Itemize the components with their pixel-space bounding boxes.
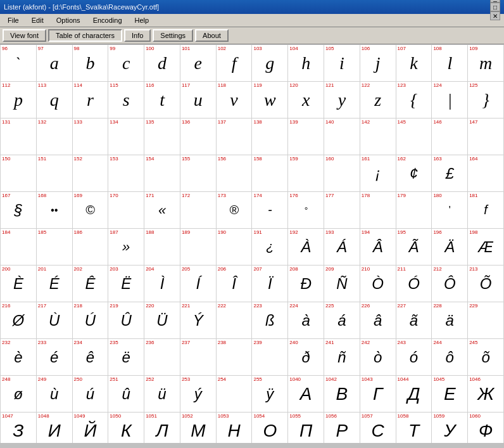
char-glyph: ° — [304, 205, 308, 215]
char-glyph: f — [232, 53, 237, 73]
char-glyph: Р — [336, 421, 348, 440]
char-glyph: Ä — [444, 238, 455, 255]
char-glyph: Л — [156, 421, 168, 440]
char-glyph: z — [374, 90, 381, 110]
toolbar: View font Table of characters Info Setti… — [0, 27, 504, 44]
char-glyph: Г — [373, 384, 382, 404]
close-button[interactable]: ✕ — [490, 11, 500, 20]
char-glyph: ô — [446, 349, 454, 366]
char-glyph: ü — [158, 385, 166, 402]
char-glyph: è — [14, 349, 22, 366]
char-glyph: á — [337, 312, 346, 329]
table-of-characters-button[interactable]: Table of characters — [48, 29, 122, 42]
char-glyph: Õ — [480, 275, 492, 292]
char-glyph: Е — [444, 384, 456, 404]
char-glyph: Т — [408, 421, 419, 440]
char-glyph: ù — [50, 385, 58, 402]
about-button[interactable]: About — [195, 29, 229, 42]
menu-file[interactable]: File — [3, 15, 24, 25]
maximize-button[interactable]: □ — [490, 3, 500, 11]
char-glyph: ê — [86, 349, 94, 366]
table-row: 200 È 201 É 202 Ê 203 Ë 204 Ì 205 Í — [1, 266, 504, 302]
char-glyph: ` — [16, 54, 21, 72]
char-glyph: У — [444, 421, 455, 440]
title-bar: Lister (akfont) - [d:\Fonts\_Svalka\Race… — [0, 0, 504, 14]
char-glyph: t — [160, 90, 165, 110]
char-glyph: © — [85, 203, 95, 217]
char-glyph: q — [50, 90, 59, 110]
info-button[interactable]: Info — [124, 29, 151, 42]
char-glyph: l — [447, 53, 452, 73]
char-glyph: В — [336, 384, 348, 404]
table-row: 184 185 186 187 » 188 189 190 191 — [1, 229, 504, 266]
table-row: 167 § 168 •• 169 © 170 171 « 172 173 — [1, 192, 504, 229]
char-glyph: Ú — [85, 312, 96, 329]
char-glyph: u — [194, 90, 203, 110]
table-row: 150 151 152 153 154 155 156 158 — [1, 155, 504, 192]
char-glyph: Á — [337, 238, 347, 255]
char-glyph: Ë — [121, 275, 131, 292]
char-glyph: v — [230, 90, 237, 110]
char-glyph: Ф — [479, 421, 493, 440]
table-row: 232 è 233 é 234 ê 235 ë 236 237 238 — [1, 339, 504, 376]
char-glyph: Ï — [268, 275, 272, 292]
char-glyph: Û — [121, 312, 132, 329]
char-glyph: w — [264, 90, 276, 110]
window-title: Lister (akfont) - [d:\Fonts\_Svalka\Race… — [4, 3, 159, 11]
char-glyph: ¿ — [266, 240, 274, 253]
char-glyph: Ù — [49, 312, 60, 329]
table-row: 216 Ø 217 Ù 218 Ú 219 Û 220 Ü 221 Ý — [1, 302, 504, 339]
menu-edit[interactable]: Edit — [27, 15, 49, 25]
char-glyph: •• — [51, 205, 58, 215]
char-glyph: Ü — [156, 312, 167, 329]
char-glyph: c — [122, 53, 130, 73]
char-glyph: Д — [408, 384, 420, 404]
char-glyph: С — [372, 421, 384, 440]
char-glyph: ñ — [337, 349, 346, 366]
char-glyph: § — [14, 202, 22, 219]
char-glyph: А — [300, 384, 312, 404]
char-glyph: y — [338, 90, 346, 110]
character-table: 96 ` 97 a 98 b 99 c 100 d 101 e — [0, 44, 504, 443]
char-glyph: Æ — [478, 238, 493, 255]
char-glyph: ¢ — [410, 165, 418, 182]
menu-help[interactable]: Help — [130, 15, 154, 25]
char-glyph: ú — [86, 385, 94, 402]
view-font-button[interactable]: View font — [3, 29, 46, 42]
char-glyph: i — [339, 53, 344, 73]
char-glyph: Ì — [160, 275, 165, 292]
char-glyph: ã — [410, 312, 418, 329]
char-glyph: f — [484, 203, 488, 217]
table-row: 96 ` 97 a 98 b 99 c 100 d 101 e — [1, 45, 504, 82]
menu-encoding[interactable]: Encoding — [88, 15, 127, 25]
char-glyph: ' — [449, 205, 451, 215]
char-glyph: p — [14, 90, 23, 110]
char-glyph: Й — [84, 421, 96, 440]
char-glyph: b — [85, 53, 94, 73]
char-glyph: d — [158, 53, 167, 73]
char-glyph: ÿ — [266, 385, 274, 402]
char-glyph: m — [479, 53, 492, 73]
char-glyph: ë — [122, 349, 130, 366]
char-glyph: О — [263, 421, 277, 440]
char-glyph: Ó — [408, 275, 420, 292]
table-row: 112 p 113 q 114 r 115 s 116 t 117 u — [1, 82, 504, 118]
table-row: 248 ø 249 ù 250 ú 251 û 252 ü 253 ý — [1, 376, 504, 413]
char-glyph: » — [122, 239, 130, 255]
table-row: 1047 З 1048 И 1049 Й 1050 К 1051 Л 1052 … — [1, 413, 504, 444]
char-glyph: û — [122, 385, 130, 402]
char-glyph: Ñ — [336, 275, 347, 292]
char-glyph: Ý — [193, 312, 203, 329]
menu-options[interactable]: Options — [51, 15, 85, 25]
char-glyph: õ — [481, 349, 489, 366]
title-controls: _ □ ✕ — [490, 0, 500, 20]
char-glyph: ò — [374, 349, 382, 366]
char-glyph: ä — [446, 312, 454, 329]
menu-bar: File Edit Options Encoding Help — [0, 14, 504, 27]
char-glyph: à — [301, 312, 310, 329]
char-glyph: { — [410, 90, 417, 110]
char-glyph: a — [50, 53, 59, 73]
char-glyph: h — [301, 53, 310, 73]
settings-button[interactable]: Settings — [153, 29, 193, 42]
char-glyph: È — [13, 275, 23, 292]
